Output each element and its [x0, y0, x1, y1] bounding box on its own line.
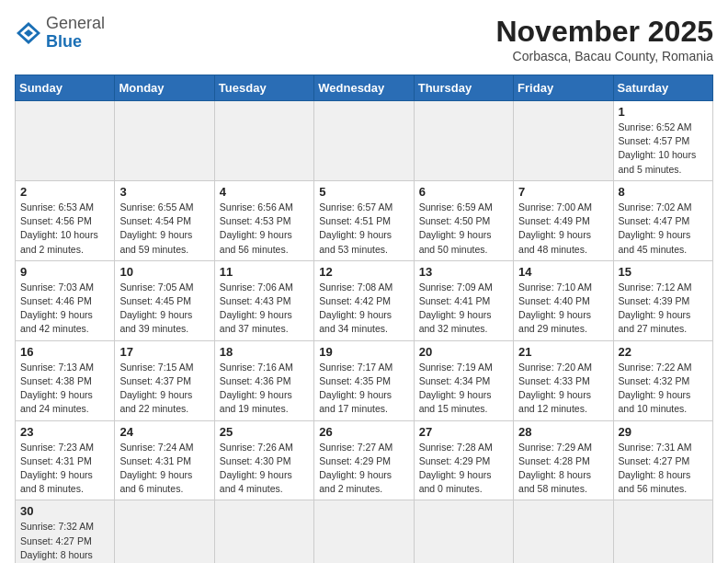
- calendar-cell: 12Sunrise: 7:08 AM Sunset: 4:42 PM Dayli…: [314, 260, 414, 340]
- calendar-cell: 24Sunrise: 7:24 AM Sunset: 4:31 PM Dayli…: [115, 420, 214, 500]
- day-info: Sunrise: 7:12 AM Sunset: 4:39 PM Dayligh…: [619, 281, 708, 337]
- day-number: 24: [119, 425, 209, 439]
- day-number: 29: [619, 425, 708, 439]
- day-info: Sunrise: 7:19 AM Sunset: 4:34 PM Dayligh…: [419, 361, 508, 417]
- col-header-monday: Monday: [115, 75, 214, 101]
- day-info: Sunrise: 7:10 AM Sunset: 4:40 PM Dayligh…: [518, 281, 608, 337]
- calendar-cell: 6Sunrise: 6:59 AM Sunset: 4:50 PM Daylig…: [414, 180, 513, 260]
- day-number: 5: [319, 185, 408, 199]
- day-number: 28: [518, 425, 608, 439]
- calendar-cell: [115, 101, 214, 181]
- day-number: 7: [518, 185, 608, 199]
- day-number: 14: [518, 265, 608, 279]
- calendar-cell: [514, 500, 613, 563]
- day-number: 3: [119, 185, 209, 199]
- day-number: 21: [518, 345, 608, 359]
- day-info: Sunrise: 7:13 AM Sunset: 4:38 PM Dayligh…: [20, 361, 109, 417]
- day-info: Sunrise: 7:05 AM Sunset: 4:45 PM Dayligh…: [119, 281, 209, 337]
- day-number: 20: [419, 345, 508, 359]
- day-info: Sunrise: 7:17 AM Sunset: 4:35 PM Dayligh…: [319, 361, 408, 417]
- day-info: Sunrise: 7:06 AM Sunset: 4:43 PM Dayligh…: [220, 281, 309, 337]
- calendar-cell: 16Sunrise: 7:13 AM Sunset: 4:38 PM Dayli…: [16, 340, 115, 420]
- calendar-cell: [514, 101, 613, 181]
- calendar-cell: 23Sunrise: 7:23 AM Sunset: 4:31 PM Dayli…: [16, 420, 115, 500]
- day-info: Sunrise: 7:16 AM Sunset: 4:36 PM Dayligh…: [220, 361, 309, 417]
- day-number: 4: [220, 185, 309, 199]
- day-number: 10: [119, 265, 209, 279]
- day-number: 1: [619, 105, 708, 119]
- day-info: Sunrise: 7:20 AM Sunset: 4:33 PM Dayligh…: [518, 361, 608, 417]
- calendar-cell: 17Sunrise: 7:15 AM Sunset: 4:37 PM Dayli…: [115, 340, 214, 420]
- day-info: Sunrise: 7:09 AM Sunset: 4:41 PM Dayligh…: [419, 281, 508, 337]
- calendar-cell: 25Sunrise: 7:26 AM Sunset: 4:30 PM Dayli…: [214, 420, 313, 500]
- day-info: Sunrise: 7:15 AM Sunset: 4:37 PM Dayligh…: [119, 361, 209, 417]
- calendar-cell: 7Sunrise: 7:00 AM Sunset: 4:49 PM Daylig…: [514, 180, 613, 260]
- calendar-cell: [16, 101, 115, 181]
- day-number: 13: [419, 265, 508, 279]
- day-number: 16: [20, 345, 109, 359]
- calendar-cell: 3Sunrise: 6:55 AM Sunset: 4:54 PM Daylig…: [115, 180, 214, 260]
- day-number: 19: [319, 345, 408, 359]
- calendar-cell: 9Sunrise: 7:03 AM Sunset: 4:46 PM Daylig…: [16, 260, 115, 340]
- calendar-cell: 13Sunrise: 7:09 AM Sunset: 4:41 PM Dayli…: [414, 260, 513, 340]
- calendar-cell: 19Sunrise: 7:17 AM Sunset: 4:35 PM Dayli…: [314, 340, 414, 420]
- calendar-cell: 14Sunrise: 7:10 AM Sunset: 4:40 PM Dayli…: [514, 260, 613, 340]
- col-header-saturday: Saturday: [613, 75, 712, 101]
- day-number: 12: [319, 265, 408, 279]
- calendar-cell: 8Sunrise: 7:02 AM Sunset: 4:47 PM Daylig…: [613, 180, 712, 260]
- calendar-cell: [414, 500, 513, 563]
- calendar-cell: 27Sunrise: 7:28 AM Sunset: 4:29 PM Dayli…: [414, 420, 513, 500]
- calendar-cell: 10Sunrise: 7:05 AM Sunset: 4:45 PM Dayli…: [115, 260, 214, 340]
- calendar-cell: 28Sunrise: 7:29 AM Sunset: 4:28 PM Dayli…: [514, 420, 613, 500]
- day-number: 8: [619, 185, 708, 199]
- day-info: Sunrise: 6:53 AM Sunset: 4:56 PM Dayligh…: [20, 201, 109, 257]
- calendar-cell: 18Sunrise: 7:16 AM Sunset: 4:36 PM Dayli…: [214, 340, 313, 420]
- day-number: 30: [20, 504, 109, 518]
- logo-general-text: General: [46, 14, 105, 32]
- calendar-cell: 15Sunrise: 7:12 AM Sunset: 4:39 PM Dayli…: [613, 260, 712, 340]
- calendar-cell: 1Sunrise: 6:52 AM Sunset: 4:57 PM Daylig…: [613, 101, 712, 181]
- calendar-cell: [214, 500, 313, 563]
- calendar-week-row: 16Sunrise: 7:13 AM Sunset: 4:38 PM Dayli…: [16, 340, 713, 420]
- calendar-week-row: 23Sunrise: 7:23 AM Sunset: 4:31 PM Dayli…: [16, 420, 713, 500]
- calendar-cell: 26Sunrise: 7:27 AM Sunset: 4:29 PM Dayli…: [314, 420, 414, 500]
- month-title: November 2025: [495, 15, 713, 49]
- col-header-friday: Friday: [514, 75, 613, 101]
- day-number: 26: [319, 425, 408, 439]
- day-number: 25: [220, 425, 309, 439]
- day-info: Sunrise: 7:27 AM Sunset: 4:29 PM Dayligh…: [319, 441, 408, 497]
- calendar-cell: [414, 101, 513, 181]
- col-header-tuesday: Tuesday: [214, 75, 313, 101]
- day-number: 18: [220, 345, 309, 359]
- calendar-table: SundayMondayTuesdayWednesdayThursdayFrid…: [15, 75, 713, 563]
- location-subtitle: Corbasca, Bacau County, Romania: [495, 49, 713, 63]
- calendar-week-row: 1Sunrise: 6:52 AM Sunset: 4:57 PM Daylig…: [16, 101, 713, 181]
- calendar-cell: [214, 101, 313, 181]
- day-info: Sunrise: 7:24 AM Sunset: 4:31 PM Dayligh…: [119, 441, 209, 497]
- day-info: Sunrise: 7:08 AM Sunset: 4:42 PM Dayligh…: [319, 281, 408, 337]
- day-info: Sunrise: 7:29 AM Sunset: 4:28 PM Dayligh…: [518, 441, 608, 497]
- col-header-sunday: Sunday: [16, 75, 115, 101]
- day-info: Sunrise: 7:31 AM Sunset: 4:27 PM Dayligh…: [619, 441, 708, 497]
- calendar-week-row: 2Sunrise: 6:53 AM Sunset: 4:56 PM Daylig…: [16, 180, 713, 260]
- calendar-cell: 20Sunrise: 7:19 AM Sunset: 4:34 PM Dayli…: [414, 340, 513, 420]
- calendar-cell: 22Sunrise: 7:22 AM Sunset: 4:32 PM Dayli…: [613, 340, 712, 420]
- day-info: Sunrise: 6:59 AM Sunset: 4:50 PM Dayligh…: [419, 201, 508, 257]
- day-info: Sunrise: 7:02 AM Sunset: 4:47 PM Dayligh…: [619, 201, 708, 257]
- day-info: Sunrise: 7:28 AM Sunset: 4:29 PM Dayligh…: [419, 441, 508, 497]
- day-info: Sunrise: 6:52 AM Sunset: 4:57 PM Dayligh…: [619, 121, 708, 177]
- calendar-cell: [613, 500, 712, 563]
- day-info: Sunrise: 7:22 AM Sunset: 4:32 PM Dayligh…: [619, 361, 708, 417]
- day-number: 22: [619, 345, 708, 359]
- calendar-cell: 29Sunrise: 7:31 AM Sunset: 4:27 PM Dayli…: [613, 420, 712, 500]
- day-info: Sunrise: 7:03 AM Sunset: 4:46 PM Dayligh…: [20, 281, 109, 337]
- logo-blue-text: Blue: [46, 32, 82, 51]
- calendar-cell: 11Sunrise: 7:06 AM Sunset: 4:43 PM Dayli…: [214, 260, 313, 340]
- calendar-cell: 4Sunrise: 6:56 AM Sunset: 4:53 PM Daylig…: [214, 180, 313, 260]
- col-header-wednesday: Wednesday: [314, 75, 414, 101]
- day-info: Sunrise: 6:56 AM Sunset: 4:53 PM Dayligh…: [220, 201, 309, 257]
- day-number: 27: [419, 425, 508, 439]
- day-info: Sunrise: 6:57 AM Sunset: 4:51 PM Dayligh…: [319, 201, 408, 257]
- calendar-cell: [314, 101, 414, 181]
- day-info: Sunrise: 7:00 AM Sunset: 4:49 PM Dayligh…: [518, 201, 608, 257]
